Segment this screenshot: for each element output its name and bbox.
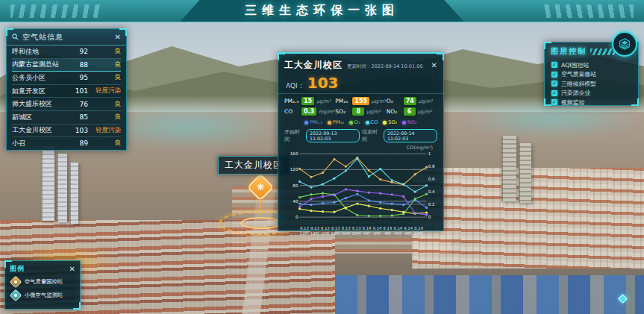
station-name: 小召	[12, 139, 70, 148]
legend-item: 空气质量国控站	[5, 275, 80, 289]
station-list-item[interactable]: 师大盛乐校区76良	[12, 98, 121, 111]
station-aqi-value: 85	[70, 113, 88, 121]
station-list-item[interactable]: 新城区85良	[12, 111, 121, 125]
station-list-item[interactable]: 如意开发区101轻度污染	[12, 85, 121, 98]
tower-building	[69, 163, 78, 224]
svg-text:0.2: 0.2	[428, 202, 435, 207]
marker-ground-ring-inner	[240, 217, 282, 229]
pollutant-item: PM₁₀155μg/m³	[335, 97, 386, 105]
legend-items: 空气质量国控站小微空气监测站	[5, 275, 80, 302]
legend-item-label: 小微空气监测站	[25, 292, 63, 299]
pollutant-unit: μg/m³	[366, 109, 381, 115]
checkbox-checked-icon[interactable]: ✓	[551, 72, 557, 78]
x-axis-label: 9.1312时	[299, 226, 310, 236]
aqi-value: 103	[307, 74, 339, 92]
page-title: 三维生态环保一张图	[0, 3, 644, 19]
hatch-decoration	[590, 48, 616, 55]
station-aqi-value: 88	[70, 61, 88, 69]
pollutant-item: O₃74μg/m³	[387, 97, 437, 105]
chart-legend-item[interactable]: NO₂	[402, 119, 417, 125]
station-aqi-value: 76	[70, 101, 88, 108]
popup-header: 工大金川校区 更新时间：2022-09-14 10:01:00 ✕	[278, 54, 443, 74]
station-aqi-value: 101	[70, 87, 88, 95]
x-axis-label: 9.146时	[393, 226, 403, 236]
marker-glyph: ❋	[257, 183, 264, 192]
pollutant-value-badge: 15	[301, 97, 314, 105]
legend-dot-icon	[366, 121, 369, 125]
svg-text:0.8: 0.8	[428, 164, 435, 169]
station-detail-popup: 工大金川校区 更新时间：2022-09-14 10:01:00 ✕ AQI： 1…	[278, 52, 444, 231]
layer-item[interactable]: ✓三维倾斜模型	[551, 79, 631, 89]
station-list-item[interactable]: 公务员小区95良	[12, 72, 121, 85]
map-legend-panel: 图例 ✕ 空气质量国控站小微空气监测站	[4, 260, 81, 310]
pollutant-name: NO₂	[387, 108, 401, 115]
chart-legend-item[interactable]: CO	[366, 119, 378, 125]
station-marker-legend-icon	[10, 276, 22, 289]
station-name: 呼和佳地	[12, 47, 70, 57]
legend-label: O₃	[354, 119, 360, 125]
pollutant-grid: PM₂.₅15μg/m³PM₁₀155μg/m³O₃74μg/m³CO0.3mg…	[278, 94, 443, 117]
station-name: 新城区	[12, 113, 70, 122]
chart-legend: PM₂.₅PM₁₀O₃COSO₂NO₂	[278, 117, 443, 127]
x-axis-label: 9.1318时	[331, 226, 341, 236]
end-time-input[interactable]: 2022-09-14 11:02:03	[384, 129, 437, 142]
tower-building	[519, 143, 531, 203]
station-aqi-level: 良	[88, 139, 121, 148]
station-list-item[interactable]: 呼和佳地92良	[12, 45, 121, 59]
checkbox-checked-icon[interactable]: ✓	[551, 81, 557, 87]
x-axis-label: 9.1320时	[341, 226, 351, 236]
legend-label: SO₂	[388, 119, 397, 125]
pollutant-trend-chart: 0408012016000.20.40.60.81 9.1312时9.1314时…	[278, 150, 443, 236]
layer-item[interactable]: ✓AQI国控站	[551, 60, 631, 70]
x-axis-label: 9.144时	[382, 226, 393, 236]
station-list-header: 空气站信息 ✕	[7, 29, 126, 45]
close-icon[interactable]: ✕	[69, 266, 75, 273]
layer-item[interactable]: ✓空气质量微站	[551, 70, 631, 80]
layer-item-label: 空气质量微站	[561, 70, 596, 78]
layer-item[interactable]: ✓污染源企业	[551, 89, 631, 98]
layers-icon[interactable]	[612, 31, 637, 57]
layer-item[interactable]: ✓视频监控	[551, 98, 631, 107]
station-list-item[interactable]: 内蒙古监测总站88良	[12, 59, 121, 72]
x-axis-label: 9.1410时	[413, 226, 424, 236]
legend-header: 图例 ✕	[5, 261, 80, 275]
svg-text:120: 120	[290, 167, 298, 172]
checkbox-checked-icon[interactable]: ✓	[551, 62, 557, 68]
checkbox-checked-icon[interactable]: ✓	[551, 90, 557, 96]
layer-item-label: AQI国控站	[561, 61, 589, 69]
tower-building	[57, 154, 67, 222]
popup-station-title: 工大金川校区	[284, 59, 343, 72]
legend-label: NO₂	[407, 119, 417, 125]
app-root: 工大金川校区 ❋ 三维生态环保一张图 空气站信息 ✕ 呼和佳地92良内蒙古监测总…	[0, 0, 644, 314]
svg-text:0: 0	[428, 215, 431, 219]
chart-legend-item[interactable]: O₃	[349, 119, 360, 125]
x-axis-label: 9.1322时	[351, 226, 362, 236]
close-icon[interactable]: ✕	[431, 62, 437, 69]
station-aqi-level: 良	[88, 100, 121, 109]
pollutant-name: SO₂	[335, 108, 350, 115]
station-list-item[interactable]: 工大金川校区103轻度污染	[12, 125, 121, 138]
station-list-title: 空气站信息	[22, 32, 111, 43]
chart-legend-item[interactable]: PM₁₀	[328, 119, 344, 125]
chart-x-labels: 9.1312时9.1314时9.1316时9.1318时9.1320时9.132…	[283, 226, 439, 236]
x-axis-label: 9.1314时	[310, 226, 320, 236]
station-aqi-level: 良	[88, 73, 121, 82]
pollutant-value-badge: 8	[352, 107, 364, 116]
station-aqi-level: 轻度污染	[88, 87, 121, 95]
chart-legend-item[interactable]: SO₂	[383, 119, 397, 125]
chart-legend-item[interactable]: PM₂.₅	[304, 119, 322, 125]
x-axis-label: 9.140时	[362, 226, 372, 236]
svg-text:160: 160	[290, 151, 298, 156]
checkbox-checked-icon[interactable]: ✓	[551, 99, 557, 105]
start-time-input[interactable]: 2022-09-13 11:02:03	[306, 129, 360, 142]
svg-text:0.4: 0.4	[428, 189, 435, 194]
aqi-label: AQI：	[286, 81, 304, 91]
station-name: 内蒙古监测总站	[12, 60, 70, 69]
pollutant-item: SO₂8μg/m³	[335, 107, 386, 116]
x-axis-label: 9.1316时	[320, 226, 331, 236]
legend-item-label: 空气质量国控站	[25, 278, 63, 286]
station-list-item[interactable]: 小召89良	[12, 137, 121, 151]
layer-item-label: 三维倾斜模型	[561, 80, 596, 88]
pollutant-name: PM₂.₅	[284, 98, 299, 104]
pollutant-unit: μg/m³	[372, 98, 386, 104]
